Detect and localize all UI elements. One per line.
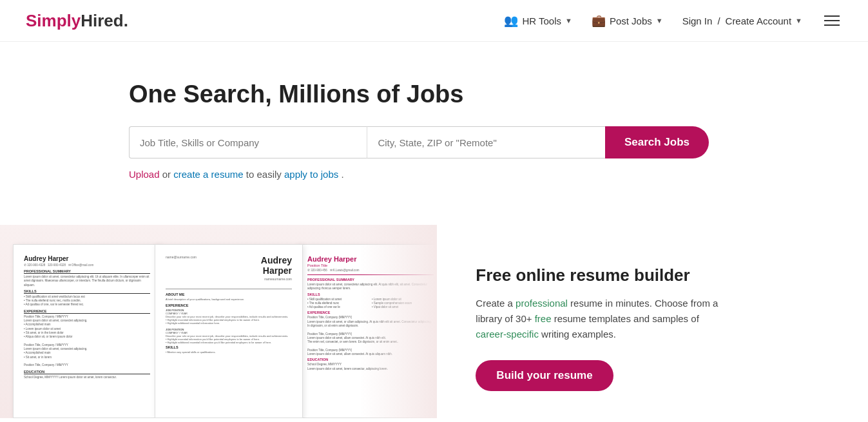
resume-card-2: name@surname.com AudreyHarper namesurnam… bbox=[155, 244, 303, 418]
highlight-professional: professional bbox=[516, 298, 568, 309]
rc2-about: About Me bbox=[166, 293, 292, 296]
resume-or-text: or bbox=[162, 169, 174, 180]
rc2-exp: Experience bbox=[166, 303, 292, 307]
rc1-contact: ✆ 320-900-4328 320-900-4328 ✉ Office@mai… bbox=[24, 264, 150, 267]
nav-right: 👥 HR Tools ▼ 💼 Post Jobs ▼ Sign In / Cre… bbox=[504, 13, 842, 28]
highlight-free: free bbox=[535, 313, 552, 324]
right-panel: Free online resume builder Create a prof… bbox=[437, 225, 868, 418]
rc2-about-text: A brief description of your qualificatio… bbox=[166, 298, 292, 301]
rc1-text2: • Skill qualification sit amet vestibulu… bbox=[24, 295, 150, 307]
bottom-section: Audrey Harper ✆ 320-900-4328 320-900-432… bbox=[0, 225, 868, 418]
rc1-name: Audrey Harper bbox=[24, 255, 150, 262]
post-jobs-icon: 💼 bbox=[592, 14, 606, 28]
hero-title: One Search, Millions of Jobs bbox=[129, 81, 842, 108]
hero-section: One Search, Millions of Jobs Search Jobs… bbox=[0, 42, 868, 206]
rc1-section3: Experience bbox=[24, 309, 150, 314]
rc2-name: AudreyHarper bbox=[261, 255, 292, 276]
rc2-skills-text: • Mention any special skills or qualific… bbox=[166, 350, 292, 354]
search-jobs-button[interactable]: Search Jobs bbox=[605, 126, 709, 158]
rc2-skills: Skills bbox=[166, 345, 292, 349]
resume-to-text: to easily bbox=[246, 169, 284, 180]
upload-resume-link[interactable]: Upload bbox=[129, 169, 160, 180]
logo[interactable]: SimplyHired. bbox=[26, 11, 128, 31]
gradient-overlay bbox=[360, 225, 437, 418]
hamburger-line-1 bbox=[824, 15, 840, 17]
rc2-left-name-label: name@surname.com bbox=[166, 255, 197, 259]
signin-area: Sign In / Create Account ▼ bbox=[682, 15, 802, 26]
account-arrow-icon: ▼ bbox=[795, 17, 802, 24]
hr-tools-arrow-icon: ▼ bbox=[565, 17, 572, 24]
header: SimplyHired. 👥 HR Tools ▼ 💼 Post Jobs ▼ … bbox=[0, 0, 868, 42]
resume-line: Upload or create a resume to easily appl… bbox=[129, 169, 842, 180]
search-bar: Search Jobs bbox=[129, 126, 709, 158]
logo-simply: Simply bbox=[26, 11, 81, 30]
resume-period: . bbox=[341, 169, 343, 180]
rc1-text1: Lorem ipsum dolor sit amet, consectetur … bbox=[24, 275, 150, 287]
build-resume-button[interactable]: Build your resume bbox=[476, 360, 613, 391]
rc1-section1: Professional Summary bbox=[24, 269, 150, 274]
right-panel-description: Create a professional resume in minutes.… bbox=[476, 296, 720, 342]
logo-hired: Hired bbox=[81, 11, 123, 30]
rc1-section4: Education bbox=[24, 370, 150, 374]
resume-card-1: Audrey Harper ✆ 320-900-4328 320-900-432… bbox=[13, 244, 161, 418]
post-jobs-label: Post Jobs bbox=[610, 15, 652, 26]
location-search-input[interactable] bbox=[367, 126, 604, 158]
nav-hr-tools[interactable]: 👥 HR Tools ▼ bbox=[504, 14, 572, 28]
create-resume-link[interactable]: create a resume bbox=[173, 169, 243, 180]
rc2-exp-text: JOB POSITIONCOMPANY / YEAR Describe your… bbox=[166, 309, 292, 344]
hr-tools-icon: 👥 bbox=[504, 14, 518, 28]
job-search-input[interactable] bbox=[129, 126, 367, 158]
signin-separator: / bbox=[717, 15, 720, 26]
rc1-section2: Skills bbox=[24, 289, 150, 294]
apply-jobs-link[interactable]: apply to jobs bbox=[284, 169, 338, 180]
right-panel-title: Free online resume builder bbox=[476, 265, 829, 285]
rc2-subname: namesurname.com bbox=[261, 277, 292, 281]
hamburger-line-2 bbox=[824, 20, 840, 21]
sign-in-link[interactable]: Sign In bbox=[682, 15, 713, 26]
rc1-text3: Position Title, Company / MM/YYYLorem ip… bbox=[24, 315, 150, 368]
nav-post-jobs[interactable]: 💼 Post Jobs ▼ bbox=[592, 14, 663, 28]
hr-tools-label: HR Tools bbox=[522, 15, 561, 26]
hamburger-line-3 bbox=[824, 24, 840, 26]
logo-dot: . bbox=[124, 11, 128, 30]
hamburger-menu[interactable] bbox=[822, 13, 842, 28]
rc1-text4: School Degree, MM/YYYY Lorem ipsum dolor… bbox=[24, 376, 150, 379]
highlight-career: career-specific bbox=[476, 329, 539, 340]
post-jobs-arrow-icon: ▼ bbox=[656, 17, 663, 24]
resume-previews: Audrey Harper ✆ 320-900-4328 320-900-432… bbox=[0, 225, 437, 418]
create-account-link[interactable]: Create Account bbox=[726, 15, 792, 26]
